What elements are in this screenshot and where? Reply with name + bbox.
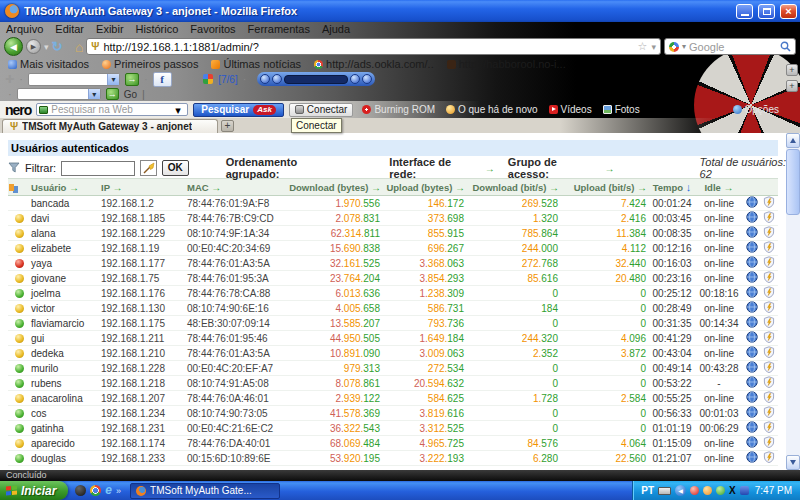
sort-icon[interactable]: → bbox=[112, 182, 122, 193]
addon-go-button-1[interactable]: → bbox=[125, 73, 139, 86]
group-select-icon[interactable]: → bbox=[605, 163, 615, 174]
column-header-usu-rio[interactable]: Usuário → bbox=[30, 179, 100, 196]
shield-lightning-icon[interactable] bbox=[763, 346, 775, 360]
tray-icon-x[interactable]: X bbox=[729, 486, 736, 495]
shield-lightning-icon[interactable] bbox=[763, 211, 775, 225]
home-button[interactable]: ⌂ bbox=[75, 39, 83, 55]
globe-icon[interactable] bbox=[746, 331, 758, 345]
pesquisar-button[interactable]: Pesquisar Ask bbox=[193, 103, 284, 117]
overflow-chevron-icon[interactable]: » bbox=[116, 486, 121, 496]
menu-editar[interactable]: Editar bbox=[55, 23, 84, 35]
shield-lightning-icon[interactable] bbox=[763, 391, 775, 405]
menu-ferramentas[interactable]: Ferramentas bbox=[248, 23, 310, 35]
shield-lightning-icon[interactable] bbox=[763, 436, 775, 450]
sort-icon[interactable]: → bbox=[549, 182, 559, 193]
taskbar-window-button[interactable]: TMSoft MyAuth Gate... bbox=[130, 483, 280, 499]
nero-search-input[interactable] bbox=[51, 104, 172, 115]
globe-icon[interactable] bbox=[746, 316, 758, 330]
back-button[interactable]: ◀ bbox=[4, 37, 23, 56]
sort-desc-icon[interactable]: ↓ bbox=[686, 181, 692, 193]
bookmark-item[interactable]: Mais visitados bbox=[8, 58, 89, 70]
globe-icon[interactable] bbox=[746, 346, 758, 360]
ie-icon[interactable]: e bbox=[105, 485, 112, 496]
shield-lightning-icon[interactable] bbox=[763, 451, 775, 465]
vertical-scrollbar[interactable] bbox=[786, 133, 800, 470]
toolbar-overflow-button[interactable]: + bbox=[786, 64, 798, 76]
globe-icon[interactable] bbox=[746, 196, 758, 210]
shield-lightning-icon[interactable] bbox=[763, 241, 775, 255]
shield-lightning-icon[interactable] bbox=[763, 226, 775, 240]
nero-button-vídeos[interactable]: Vídeos bbox=[547, 104, 594, 115]
sort-icon[interactable]: → bbox=[724, 182, 734, 193]
scroll-down-button[interactable] bbox=[786, 455, 800, 470]
column-header-ip[interactable]: IP → bbox=[100, 179, 186, 196]
globe-icon[interactable] bbox=[746, 436, 758, 450]
bookmark-star-icon[interactable]: ☆ bbox=[638, 40, 648, 53]
globe-icon[interactable] bbox=[746, 271, 758, 285]
player-volume-button[interactable] bbox=[350, 74, 360, 84]
menu-favoritos[interactable]: Favoritos bbox=[190, 23, 235, 35]
sort-icon[interactable]: → bbox=[637, 182, 647, 193]
url-bar[interactable]: Ψ ☆ ▾ bbox=[86, 38, 661, 55]
start-button[interactable]: Iniciar bbox=[0, 481, 68, 500]
minimize-button[interactable] bbox=[736, 4, 753, 19]
tray-icon-green[interactable] bbox=[716, 486, 725, 495]
shield-lightning-icon[interactable] bbox=[763, 421, 775, 435]
scroll-up-button[interactable] bbox=[786, 133, 800, 148]
globe-icon[interactable] bbox=[746, 421, 758, 435]
column-header-idle[interactable]: Idle → bbox=[696, 179, 742, 196]
tray-icon-orange[interactable] bbox=[703, 486, 712, 495]
globe-icon[interactable] bbox=[746, 241, 758, 255]
column-header-download-bit-s-[interactable]: Download (bit/s) → bbox=[466, 179, 560, 196]
chevron-down-icon[interactable]: ▾ bbox=[175, 104, 187, 115]
url-input[interactable] bbox=[103, 41, 633, 53]
nero-search-box[interactable]: ▾ bbox=[36, 103, 188, 116]
column-header-upload-bit-s-[interactable]: Upload (bit/s) → bbox=[560, 179, 648, 196]
nero-button-burning-rom[interactable]: Burning ROM bbox=[360, 104, 437, 115]
keyboard-icon[interactable] bbox=[658, 487, 671, 495]
forward-button[interactable]: ▶ bbox=[26, 39, 41, 54]
player-stop-button[interactable] bbox=[362, 74, 372, 84]
shield-lightning-icon[interactable] bbox=[763, 376, 775, 390]
bookmark-item[interactable]: http://habborool.no-i... bbox=[447, 58, 566, 70]
sort-icon[interactable]: → bbox=[211, 182, 221, 193]
shield-lightning-icon[interactable] bbox=[763, 286, 775, 300]
globe-icon[interactable] bbox=[746, 406, 758, 420]
tray-icon-blue[interactable] bbox=[740, 486, 749, 495]
column-header-download-bytes-[interactable]: Download (bytes) → bbox=[286, 179, 382, 196]
menu-ajuda[interactable]: Ajuda bbox=[322, 23, 350, 35]
globe-icon[interactable] bbox=[746, 286, 758, 300]
nero-button-fotos[interactable]: Fotos bbox=[601, 104, 642, 115]
hide-icons-chevron[interactable]: ◀ bbox=[675, 485, 686, 496]
sort-icon[interactable]: → bbox=[455, 182, 465, 193]
globe-icon[interactable] bbox=[746, 376, 758, 390]
addon-go-button-2[interactable]: → bbox=[106, 88, 119, 100]
menu-arquivo[interactable]: Arquivo bbox=[6, 23, 43, 35]
chevron-down-icon[interactable]: ▾ bbox=[107, 74, 119, 85]
globe-icon[interactable] bbox=[746, 256, 758, 270]
search-box[interactable]: ▾ bbox=[664, 38, 796, 55]
shield-lightning-icon[interactable] bbox=[763, 301, 775, 315]
shield-lightning-icon[interactable] bbox=[763, 406, 775, 420]
shield-lightning-icon[interactable] bbox=[763, 196, 775, 210]
app-icon[interactable] bbox=[75, 485, 86, 496]
history-dropdown-icon[interactable]: ▾ bbox=[44, 42, 49, 52]
web-search-input[interactable] bbox=[689, 41, 777, 53]
chevron-down-icon[interactable]: ▾ bbox=[88, 89, 100, 99]
globe-icon[interactable] bbox=[746, 361, 758, 375]
facebook-button[interactable]: f bbox=[153, 72, 172, 87]
filter-input[interactable] bbox=[61, 161, 135, 176]
sort-icon[interactable]: → bbox=[69, 182, 79, 193]
radio-player-widget[interactable] bbox=[257, 72, 375, 86]
player-play-button[interactable] bbox=[272, 74, 282, 84]
status-column-header[interactable] bbox=[8, 179, 30, 196]
bookmark-item[interactable]: Primeiros passos bbox=[102, 58, 198, 70]
globe-icon[interactable] bbox=[746, 226, 758, 240]
nero-button-o-que-há-de-novo[interactable]: O que há de novo bbox=[444, 104, 540, 115]
shield-lightning-icon[interactable] bbox=[763, 316, 775, 330]
new-tab-button[interactable]: + bbox=[221, 120, 234, 132]
globe-icon[interactable] bbox=[746, 391, 758, 405]
menu-histórico[interactable]: Histórico bbox=[136, 23, 179, 35]
addon-combo-1[interactable]: ▾ bbox=[28, 73, 120, 86]
tab-active[interactable]: Ψ TMSoft MyAuth Gateway 3 - anjonet bbox=[2, 119, 218, 133]
